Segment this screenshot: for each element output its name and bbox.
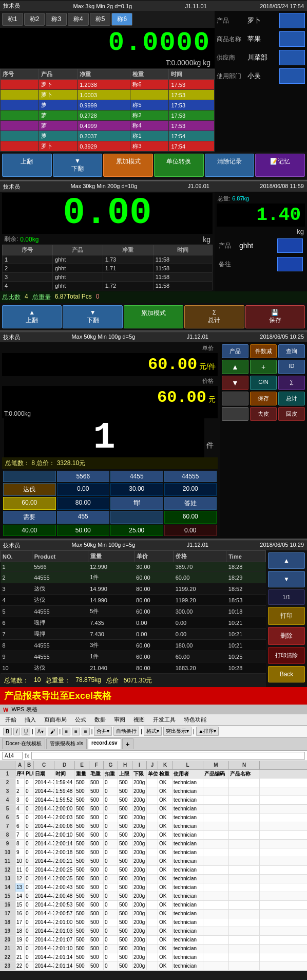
wps-cell-m23[interactable]	[203, 962, 229, 970]
wps-cell-e12[interactable]: 500	[75, 866, 89, 874]
wps-tb-wrap[interactable]: 自动换行	[113, 727, 139, 736]
wps-cell-k10[interactable]: OK	[158, 848, 172, 857]
wps-cell-e23[interactable]: 500	[75, 962, 89, 970]
wps-cell-l21[interactable]: technician	[172, 945, 203, 953]
wps-cell-h5[interactable]: 500	[118, 805, 132, 813]
wps-cell-e11[interactable]: 500	[75, 857, 89, 865]
wps-cell-m16[interactable]	[203, 901, 229, 909]
wps-cell-f8[interactable]: 500	[89, 831, 104, 839]
wps-cell-c15[interactable]: 2014-4-7	[34, 892, 54, 900]
wps-menu-special[interactable]: 特色功能	[182, 715, 208, 724]
wps-cell-j4[interactable]	[147, 796, 158, 804]
wps-cell-d2[interactable]: 1:59:44	[54, 779, 75, 787]
s1-nav-unit[interactable]: 单位转换	[154, 154, 204, 177]
wps-cell-e8[interactable]: 500	[75, 831, 89, 839]
wps-cell-c21[interactable]: 2014-4-7	[34, 945, 54, 953]
wps-cell-c6[interactable]: 2014-4-7	[34, 813, 54, 822]
wps-cell-j5[interactable]	[147, 805, 158, 813]
wps-cell-e20[interactable]: 500	[75, 936, 89, 944]
wps-cell-j20[interactable]	[147, 936, 158, 944]
wps-cell-n20[interactable]	[229, 936, 260, 944]
wps-cell-i2[interactable]: 200g	[132, 779, 147, 787]
wps-cell-d17[interactable]: 2:00:57	[54, 910, 75, 918]
wps-cell-j23[interactable]	[147, 962, 158, 970]
wps-cell-c10[interactable]: 2014-4-7	[34, 848, 54, 857]
wps-cell-d23[interactable]: 2:01:14	[54, 962, 75, 970]
wps-cell-f18[interactable]: 500	[89, 918, 104, 927]
wps-cell-h4[interactable]: 500	[118, 796, 132, 804]
wps-cell-f23[interactable]: 500	[89, 962, 104, 970]
wps-cell-f3[interactable]: 500	[89, 787, 104, 796]
s2-nav-down[interactable]: ▼下翻	[63, 305, 122, 328]
wps-cell-a18[interactable]: 17	[15, 918, 25, 927]
wps-cell-l11[interactable]: technician	[172, 857, 203, 865]
s3-btn-sum[interactable]: ∑	[278, 376, 305, 390]
wps-cell-f1[interactable]: 毛重	[89, 770, 104, 778]
s3-btn-id[interactable]: ID	[278, 360, 305, 374]
wps-cell-d20[interactable]: 2:01:07	[54, 936, 75, 944]
wps-cell-d11[interactable]: 2:00:21	[54, 857, 75, 865]
wps-cell-k4[interactable]: OK	[158, 796, 172, 804]
wps-cell-a9[interactable]: 8	[15, 840, 25, 848]
wps-cell-k3[interactable]: OK	[158, 787, 172, 796]
wps-cell-g14[interactable]: 0	[104, 883, 118, 892]
wps-cell-i19[interactable]: 200g	[132, 927, 147, 935]
wps-cell-i18[interactable]: 200g	[132, 918, 147, 927]
wps-cell-b18[interactable]: 0	[25, 918, 34, 927]
wps-menu-view[interactable]: 视图	[131, 715, 147, 724]
wps-cell-e2[interactable]: 500	[75, 779, 89, 787]
wps-cell-d1[interactable]: 时间	[54, 770, 75, 778]
wps-tb-align-center[interactable]: ≡	[72, 728, 80, 735]
wps-cell-m8[interactable]	[203, 831, 229, 839]
wps-cell-i3[interactable]: 200g	[132, 787, 147, 796]
wps-cell-l9[interactable]: technician	[172, 840, 203, 848]
wps-cell-n15[interactable]	[229, 892, 260, 900]
wps-cell-h14[interactable]: 500	[118, 883, 132, 892]
wps-cell-j13[interactable]	[147, 875, 158, 883]
s3-btn-product[interactable]: 产品	[222, 344, 248, 358]
wps-cell-m1[interactable]: 产品编码	[203, 770, 229, 778]
wps-cell-h8[interactable]: 500	[118, 831, 132, 839]
wps-cell-g4[interactable]: 0	[104, 796, 118, 804]
wps-tab-record[interactable]: record.csv	[88, 738, 121, 749]
wps-cell-a16[interactable]: 15	[15, 901, 25, 909]
wps-cell-g11[interactable]: 0	[104, 857, 118, 865]
wps-tab-add[interactable]: +	[122, 738, 133, 749]
wps-cell-a10[interactable]: 9	[15, 848, 25, 857]
scale-btn-1[interactable]: 称1	[2, 13, 23, 26]
wps-cell-l4[interactable]: technician	[172, 796, 203, 804]
wps-cell-f2[interactable]: 500	[89, 779, 104, 787]
wps-cell-j11[interactable]	[147, 857, 158, 865]
wps-tb-bold[interactable]: B	[3, 728, 12, 735]
wps-cell-f6[interactable]: 500	[89, 813, 104, 822]
wps-cell-c16[interactable]: 2014-4-7	[34, 901, 54, 909]
wps-cell-h12[interactable]: 500	[118, 866, 132, 874]
wps-cell-d19[interactable]: 2:01:03	[54, 927, 75, 935]
wps-cell-l14[interactable]: technician	[172, 883, 203, 892]
s3-btn-gn[interactable]: G/N	[250, 376, 277, 390]
wps-cell-a7[interactable]: 6	[15, 822, 25, 830]
wps-cell-d8[interactable]: 2:00:10	[54, 831, 75, 839]
wps-cell-h16[interactable]: 500	[118, 901, 132, 909]
wps-cell-f21[interactable]: 500	[89, 945, 104, 953]
s4-btn-delete[interactable]: 删除	[268, 627, 305, 645]
wps-cell-a11[interactable]: 10	[15, 857, 25, 865]
wps-cell-f14[interactable]: 500	[89, 883, 104, 892]
wps-cell-b8[interactable]: 0	[25, 831, 34, 839]
wps-cell-n13[interactable]	[229, 875, 260, 883]
wps-cell-a21[interactable]: 20	[15, 945, 25, 953]
s3-btn-up[interactable]: ▲	[222, 360, 248, 374]
s3-btn-add[interactable]: +	[250, 360, 277, 374]
wps-cell-m5[interactable]	[203, 805, 229, 813]
wps-cell-e22[interactable]: 500	[75, 953, 89, 961]
wps-cell-a4[interactable]: 3	[15, 796, 25, 804]
wps-cell-k20[interactable]: OK	[158, 936, 172, 944]
wps-cell-j19[interactable]	[147, 927, 158, 935]
wps-cell-g7[interactable]: 0	[104, 822, 118, 830]
wps-cell-c17[interactable]: 2014-4-7	[34, 910, 54, 918]
wps-cell-b20[interactable]: 0	[25, 936, 34, 944]
wps-cell-k21[interactable]: OK	[158, 945, 172, 953]
wps-cell-l6[interactable]: technician	[172, 813, 203, 822]
wps-cell-d15[interactable]: 2:00:48	[54, 892, 75, 900]
wps-cell-l10[interactable]: technician	[172, 848, 203, 857]
